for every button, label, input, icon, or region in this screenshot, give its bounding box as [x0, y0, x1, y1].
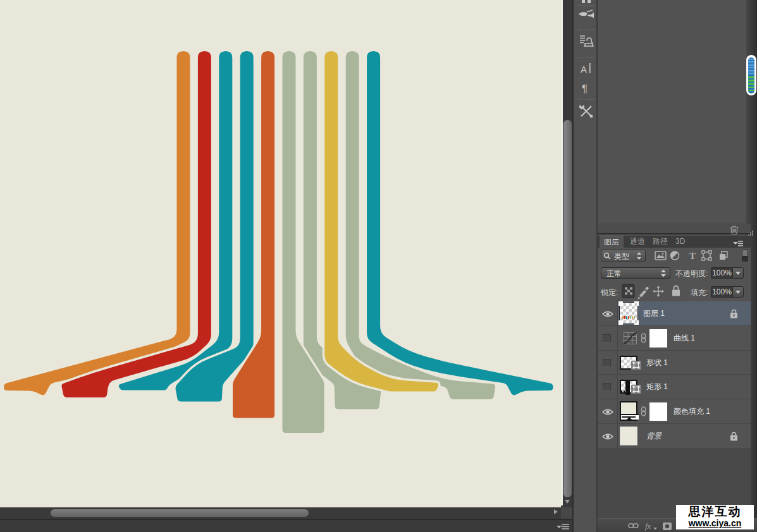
svg-text:fx: fx: [645, 521, 651, 531]
svg-text:A: A: [581, 64, 587, 75]
svg-text:¶: ¶: [582, 83, 588, 95]
svg-text:T: T: [689, 251, 696, 261]
